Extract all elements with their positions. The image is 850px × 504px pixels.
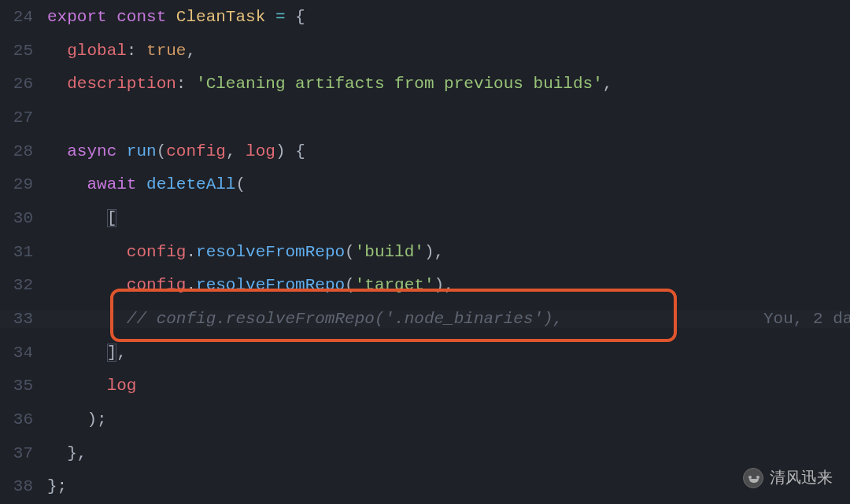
code-line[interactable]: 31 config.resolveFromRepo('build'),: [0, 235, 850, 269]
bracket: (: [345, 276, 355, 294]
punct: ,: [226, 142, 236, 160]
line-number: 32: [0, 276, 47, 294]
bracket: }: [47, 477, 57, 495]
code-content[interactable]: log: [47, 377, 850, 395]
line-number: 28: [0, 142, 47, 160]
variable: config: [127, 276, 187, 294]
keyword-export: export: [47, 8, 107, 26]
punct: ,: [77, 444, 87, 462]
code-content[interactable]: );: [47, 410, 850, 429]
comment: // config.resolveFromRepo('.node_binarie…: [127, 310, 564, 328]
method: resolveFromRepo: [196, 243, 345, 261]
punct: ,: [434, 243, 445, 261]
punct: ;: [57, 477, 68, 495]
punct: ,: [444, 276, 454, 294]
punct: :: [127, 42, 146, 60]
code-line[interactable]: 29 await deleteAll(: [0, 167, 850, 201]
code-line[interactable]: 27: [0, 101, 850, 134]
line-number: 33: [0, 310, 47, 328]
code-content[interactable]: };: [47, 477, 850, 495]
boolean: true: [146, 42, 186, 60]
code-line[interactable]: 25 global: true,: [0, 34, 850, 68]
punct: :: [176, 75, 196, 93]
code-content[interactable]: },: [47, 444, 850, 462]
parameter: log: [246, 142, 275, 160]
wechat-icon: [743, 468, 763, 488]
function-call: deleteAll: [146, 175, 235, 193]
punct: ,: [116, 344, 127, 362]
bracket: [: [107, 209, 117, 227]
code-content[interactable]: [: [47, 209, 850, 227]
code-line[interactable]: 35 log: [0, 370, 850, 403]
variable: config: [127, 243, 187, 261]
bracket: ): [275, 142, 286, 160]
punct: ;: [97, 410, 107, 429]
line-number: 24: [0, 8, 47, 26]
method: resolveFromRepo: [196, 276, 345, 294]
code-content[interactable]: export const CleanTask = {: [47, 8, 850, 26]
line-number: 35: [0, 377, 47, 395]
line-number: 34: [0, 344, 47, 362]
keyword-await: await: [87, 175, 136, 193]
bracket: ): [87, 410, 97, 429]
line-number: 38: [0, 477, 47, 495]
string: 'build': [355, 243, 424, 261]
keyword-const: const: [116, 8, 166, 26]
code-line-current[interactable]: 33 // config.resolveFromRepo('.node_bina…: [0, 302, 850, 336]
code-content[interactable]: // config.resolveFromRepo('.node_binarie…: [47, 310, 850, 328]
bracket: ]: [107, 344, 117, 362]
line-number: 27: [0, 109, 47, 127]
bracket: (: [157, 142, 167, 160]
git-blame-inline: You, 2 days: [763, 310, 850, 328]
punct: ,: [186, 42, 196, 60]
code-content[interactable]: await deleteAll(: [47, 175, 850, 193]
identifier: CleanTask: [176, 8, 265, 26]
parameter: config: [166, 142, 226, 160]
bracket: ): [434, 276, 445, 294]
string: 'target': [355, 276, 434, 294]
bracket: }: [67, 444, 77, 462]
punct: ,: [603, 75, 613, 93]
code-content[interactable]: config.resolveFromRepo('build'),: [47, 243, 850, 261]
line-number: 25: [0, 42, 47, 60]
property: description: [67, 75, 176, 93]
bracket: {: [295, 8, 305, 26]
code-line[interactable]: 26 description: 'Cleaning artifacts from…: [0, 67, 850, 101]
watermark: 清风迅来: [743, 467, 833, 488]
code-content[interactable]: config.resolveFromRepo('target'),: [47, 276, 850, 294]
bracket: {: [295, 142, 305, 160]
line-number: 37: [0, 444, 47, 462]
line-number: 29: [0, 175, 47, 193]
code-line[interactable]: 24 export const CleanTask = {: [0, 0, 850, 34]
code-line[interactable]: 36 );: [0, 403, 850, 436]
property: global: [67, 42, 127, 60]
code-editor[interactable]: 24 export const CleanTask = { 25 global:…: [0, 0, 850, 504]
variable: log: [107, 377, 137, 395]
code-content[interactable]: ],: [47, 344, 850, 362]
code-line[interactable]: 28 async run(config, log) {: [0, 134, 850, 168]
code-line[interactable]: 37 },: [0, 436, 850, 470]
code-line[interactable]: 32 config.resolveFromRepo('target'),: [0, 269, 850, 303]
code-content[interactable]: global: true,: [47, 42, 850, 60]
operator: =: [265, 8, 295, 26]
code-line[interactable]: 30 [: [0, 201, 850, 235]
bracket: (: [235, 175, 246, 193]
line-number: 31: [0, 243, 47, 261]
code-content[interactable]: async run(config, log) {: [47, 142, 850, 160]
bracket: ): [424, 243, 434, 261]
code-line[interactable]: 34 ],: [0, 336, 850, 370]
string: 'Cleaning artifacts from previous builds…: [196, 75, 603, 93]
code-content[interactable]: description: 'Cleaning artifacts from pr…: [47, 75, 850, 93]
bracket: (: [345, 243, 355, 261]
line-number: 36: [0, 410, 47, 429]
punct: .: [186, 243, 196, 261]
keyword-async: async: [67, 142, 116, 160]
watermark-text: 清风迅来: [770, 467, 833, 488]
punct: .: [186, 276, 196, 294]
function-name: run: [127, 142, 157, 160]
line-number: 30: [0, 209, 47, 227]
code-line[interactable]: 38 };: [0, 470, 850, 504]
line-number: 26: [0, 75, 47, 93]
